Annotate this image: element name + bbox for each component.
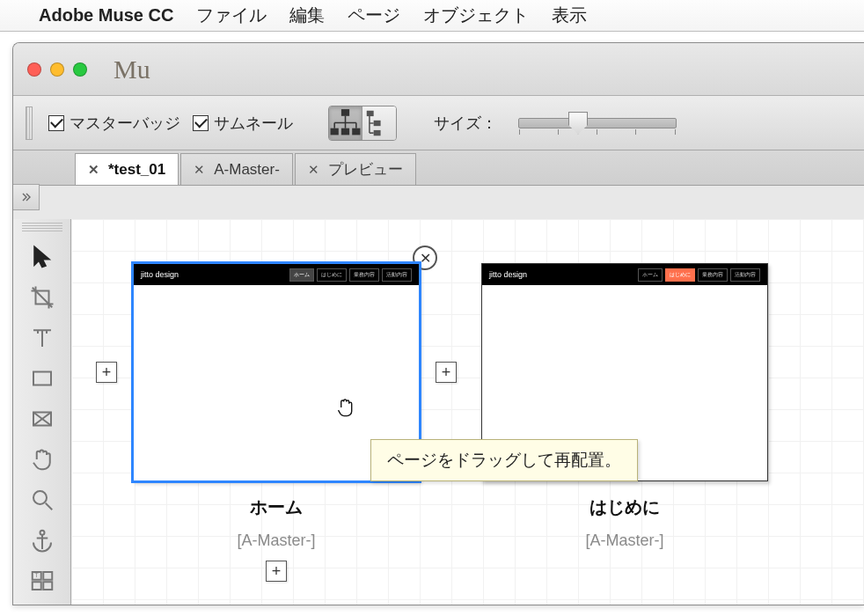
window-controls bbox=[27, 62, 87, 77]
svg-rect-7 bbox=[341, 128, 349, 136]
sitemap-icon bbox=[329, 106, 362, 139]
rectangle-icon bbox=[29, 365, 55, 392]
size-slider[interactable] bbox=[518, 118, 677, 128]
page-master-label[interactable]: [A-Master-] bbox=[481, 532, 768, 550]
thumb-nav: ホーム はじめに 業務内容 活動内容 bbox=[638, 268, 760, 282]
svg-line-21 bbox=[45, 503, 52, 510]
sitemap-view-button[interactable] bbox=[329, 106, 362, 140]
svg-rect-16 bbox=[33, 372, 51, 385]
text-tool[interactable] bbox=[19, 318, 65, 358]
hand-icon bbox=[29, 446, 55, 473]
thumb-logo: jitto design bbox=[141, 270, 179, 279]
zoom-tool[interactable] bbox=[19, 480, 65, 520]
svg-rect-27 bbox=[43, 582, 52, 590]
page-name-label[interactable]: はじめに bbox=[481, 495, 768, 519]
tab-label: *test_01 bbox=[108, 161, 165, 179]
tooltip-text: ページをドラッグして再配置。 bbox=[387, 451, 621, 469]
window-close-button[interactable] bbox=[27, 62, 41, 77]
close-icon[interactable]: ✕ bbox=[194, 162, 205, 178]
tab-a-master[interactable]: ✕ A-Master- bbox=[180, 153, 293, 185]
thumb-nav: ホーム はじめに 業務内容 活動内容 bbox=[289, 268, 412, 282]
anchor-icon bbox=[29, 527, 55, 554]
frame-x-icon bbox=[29, 406, 55, 432]
mac-menubar: Adobe Muse CC ファイル 編集 ページ オブジェクト 表示 bbox=[0, 0, 864, 32]
add-page-left-button[interactable]: + bbox=[96, 362, 117, 383]
text-grid-icon: T bbox=[29, 568, 55, 594]
menu-file[interactable]: ファイル bbox=[196, 4, 267, 27]
window-zoom-button[interactable] bbox=[73, 62, 87, 77]
size-label: サイズ： bbox=[434, 113, 497, 134]
rectangle-tool[interactable] bbox=[19, 358, 65, 399]
svg-rect-25 bbox=[43, 572, 52, 580]
options-bar: マスターバッジ サムネール サイズ： bbox=[13, 96, 864, 150]
svg-rect-6 bbox=[331, 128, 339, 136]
svg-rect-8 bbox=[352, 128, 360, 136]
slider-thumb[interactable] bbox=[568, 112, 588, 135]
magnifier-icon bbox=[29, 487, 55, 513]
app-title-icon: Mu bbox=[113, 55, 150, 84]
thumbnail-label: サムネール bbox=[214, 113, 293, 134]
grab-cursor-icon bbox=[333, 395, 356, 422]
svg-point-22 bbox=[40, 531, 44, 535]
page-item-hajimeni[interactable]: jitto design ホーム はじめに 業務内容 活動内容 はじめに [A-… bbox=[481, 263, 768, 550]
window-titlebar: Mu bbox=[13, 43, 864, 96]
view-mode-segment bbox=[328, 106, 397, 141]
svg-rect-11 bbox=[374, 129, 381, 135]
palette-grip[interactable] bbox=[22, 223, 62, 231]
tab-test01[interactable]: ✕ *test_01 bbox=[75, 153, 179, 185]
checkbox-icon bbox=[48, 115, 64, 131]
drag-tooltip: ページをドラッグして再配置。 bbox=[370, 439, 638, 481]
thumb-preview-header: jitto design ホーム はじめに 業務内容 活動内容 bbox=[482, 264, 767, 285]
svg-point-20 bbox=[33, 491, 47, 504]
checkbox-icon bbox=[193, 115, 209, 131]
add-page-right-button[interactable]: + bbox=[436, 362, 457, 383]
arrow-cursor-icon bbox=[29, 244, 55, 270]
tab-label: A-Master- bbox=[214, 161, 280, 179]
sitemap-canvas[interactable]: + ✕ jitto design ホーム はじめに 業務内容 活動内容 + ホー… bbox=[71, 219, 864, 605]
tab-label: プレビュー bbox=[328, 159, 403, 180]
tool-palette: T bbox=[13, 219, 71, 605]
outline-view-button[interactable] bbox=[362, 106, 396, 140]
close-icon[interactable]: ✕ bbox=[88, 162, 99, 178]
outline-icon bbox=[362, 106, 396, 140]
crop-tool[interactable] bbox=[19, 277, 65, 318]
frame-tool[interactable] bbox=[19, 399, 65, 439]
anchor-tool[interactable] bbox=[19, 520, 65, 561]
master-badge-checkbox[interactable]: マスターバッジ bbox=[48, 113, 180, 134]
master-badge-label: マスターバッジ bbox=[70, 113, 180, 134]
page-master-label[interactable]: [A-Master-] bbox=[133, 532, 420, 550]
optionsbar-grip[interactable] bbox=[26, 106, 33, 140]
thumbnail-checkbox[interactable]: サムネール bbox=[193, 113, 293, 134]
tab-preview[interactable]: ✕ プレビュー bbox=[295, 153, 416, 185]
svg-rect-9 bbox=[367, 110, 374, 115]
menu-edit[interactable]: 編集 bbox=[289, 4, 325, 27]
svg-rect-0 bbox=[341, 109, 349, 116]
app-window: Mu マスターバッジ サムネール サイズ： bbox=[12, 42, 864, 605]
selection-tool[interactable] bbox=[19, 237, 65, 277]
svg-text:T: T bbox=[34, 571, 39, 579]
thumb-logo: jitto design bbox=[489, 270, 527, 279]
menu-object[interactable]: オブジェクト bbox=[423, 4, 529, 27]
page-name-label[interactable]: ホーム bbox=[133, 495, 420, 519]
hand-tool[interactable] bbox=[19, 439, 65, 480]
text-icon bbox=[29, 325, 55, 351]
window-minimize-button[interactable] bbox=[50, 62, 64, 77]
add-child-page-button[interactable]: + bbox=[266, 561, 287, 582]
panel-expand-button[interactable] bbox=[13, 184, 40, 210]
svg-rect-10 bbox=[374, 120, 381, 125]
menu-view[interactable]: 表示 bbox=[552, 4, 587, 27]
close-icon[interactable]: ✕ bbox=[308, 162, 319, 178]
pages-row: + ✕ jitto design ホーム はじめに 業務内容 活動内容 + ホー… bbox=[133, 263, 768, 582]
menubar-appname[interactable]: Adobe Muse CC bbox=[39, 5, 173, 26]
text-link-tool[interactable]: T bbox=[19, 561, 65, 601]
svg-rect-26 bbox=[32, 582, 40, 590]
chevron-right-icon bbox=[21, 192, 32, 202]
thumb-preview-header: jitto design ホーム はじめに 業務内容 活動内容 bbox=[134, 264, 419, 285]
page-item-home[interactable]: + ✕ jitto design ホーム はじめに 業務内容 活動内容 + ホー… bbox=[133, 263, 420, 582]
crop-icon bbox=[29, 284, 55, 311]
menu-page[interactable]: ページ bbox=[348, 4, 400, 27]
document-tabs: ✕ *test_01 ✕ A-Master- ✕ プレビュー bbox=[13, 150, 864, 186]
